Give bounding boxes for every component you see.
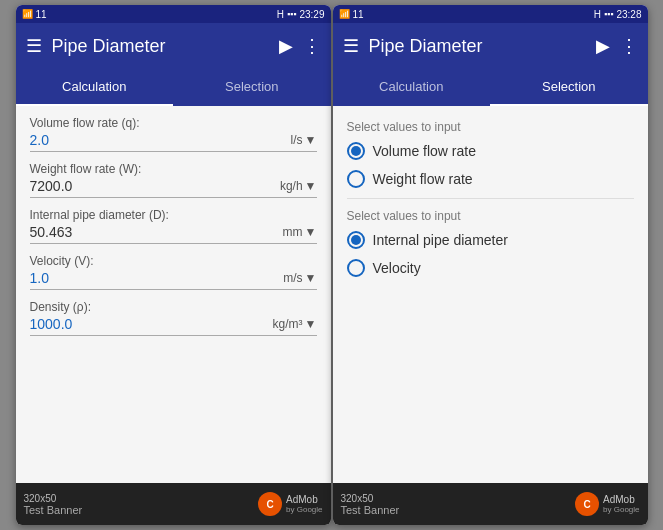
tab-selection-right[interactable]: Selection bbox=[490, 69, 648, 106]
app-title-left: Pipe Diameter bbox=[52, 36, 269, 57]
signal-bars-right: ▪▪▪ bbox=[604, 9, 614, 19]
hamburger-menu-icon-right[interactable]: ☰ bbox=[343, 35, 359, 57]
velocity-dropdown[interactable]: ▼ bbox=[305, 271, 317, 285]
density-unit: kg/m³ bbox=[273, 317, 303, 331]
weight-flow-rate-row: kg/h ▼ bbox=[30, 178, 317, 198]
ad-banner-text-right: Test Banner bbox=[341, 504, 400, 516]
status-left: 📶 11 bbox=[22, 9, 47, 20]
internal-diameter-group: Internal pipe diameter (D): mm ▼ bbox=[30, 208, 317, 244]
velocity-label: Velocity (V): bbox=[30, 254, 317, 268]
volume-flow-rate-row: l/s ▼ bbox=[30, 132, 317, 152]
admob-brand-right: AdMob bbox=[603, 494, 639, 505]
status-right-right: H ▪▪▪ 23:28 bbox=[594, 9, 642, 20]
internal-diameter-dropdown[interactable]: ▼ bbox=[305, 225, 317, 239]
velocity-group: Velocity (V): m/s ▼ bbox=[30, 254, 317, 290]
ad-banner-text-left: Test Banner bbox=[24, 504, 83, 516]
tab-selection-left[interactable]: Selection bbox=[173, 69, 331, 106]
signal-type-right: H bbox=[594, 9, 601, 20]
density-group: Density (ρ): kg/m³ ▼ bbox=[30, 300, 317, 336]
density-label: Density (ρ): bbox=[30, 300, 317, 314]
toolbar-left: ☰ Pipe Diameter ▶ ⋮ bbox=[16, 23, 331, 69]
more-menu-right[interactable]: ⋮ bbox=[620, 35, 638, 57]
internal-diameter-input[interactable] bbox=[30, 224, 283, 240]
ad-size-left: 320x50 bbox=[24, 493, 83, 504]
section-divider bbox=[347, 198, 634, 199]
internal-diameter-label: Internal pipe diameter (D): bbox=[30, 208, 317, 222]
radio-circle-weight bbox=[347, 170, 365, 188]
weight-flow-rate-input[interactable] bbox=[30, 178, 280, 194]
time-display-right: 23:28 bbox=[616, 9, 641, 20]
radio-volume-flow-rate[interactable]: Volume flow rate bbox=[347, 142, 634, 160]
app-title-right: Pipe Diameter bbox=[369, 36, 586, 57]
admob-brand-left: AdMob bbox=[286, 494, 322, 505]
wifi-icon-right: 📶 bbox=[339, 9, 350, 19]
status-right: H ▪▪▪ 23:29 bbox=[277, 9, 325, 20]
radio-velocity[interactable]: Velocity bbox=[347, 259, 634, 277]
admob-logo-icon-right: C bbox=[575, 492, 599, 516]
left-phone: 📶 11 H ▪▪▪ 23:29 ☰ Pipe Diameter ▶ ⋮ Cal… bbox=[16, 5, 331, 525]
signal-type: H bbox=[277, 9, 284, 20]
weight-flow-rate-dropdown[interactable]: ▼ bbox=[305, 179, 317, 193]
tab-calculation-left[interactable]: Calculation bbox=[16, 69, 174, 106]
status-left-right: 📶 11 bbox=[339, 9, 364, 20]
density-dropdown[interactable]: ▼ bbox=[305, 317, 317, 331]
ad-text-left: 320x50 Test Banner bbox=[24, 493, 83, 516]
radio-weight-flow-rate[interactable]: Weight flow rate bbox=[347, 170, 634, 188]
volume-flow-rate-input[interactable] bbox=[30, 132, 291, 148]
radio-circle-diameter bbox=[347, 231, 365, 249]
volume-flow-rate-dropdown[interactable]: ▼ bbox=[305, 133, 317, 147]
radio-circle-velocity bbox=[347, 259, 365, 277]
status-bar-right: 📶 11 H ▪▪▪ 23:28 bbox=[333, 5, 648, 23]
volume-flow-rate-label: Volume flow rate (q): bbox=[30, 116, 317, 130]
time-display: 23:29 bbox=[299, 9, 324, 20]
wifi-icon: 📶 bbox=[22, 9, 33, 19]
velocity-row: m/s ▼ bbox=[30, 270, 317, 290]
ad-logo-right: C AdMob by Google bbox=[575, 492, 639, 516]
weight-flow-rate-label: Weight flow rate (W): bbox=[30, 162, 317, 176]
content-left: Volume flow rate (q): l/s ▼ Weight flow … bbox=[16, 106, 331, 483]
internal-diameter-row: mm ▼ bbox=[30, 224, 317, 244]
play-button-left[interactable]: ▶ bbox=[279, 35, 293, 57]
velocity-input[interactable] bbox=[30, 270, 284, 286]
radio-circle-volume bbox=[347, 142, 365, 160]
internal-diameter-unit: mm bbox=[283, 225, 303, 239]
radio-internal-pipe-diameter[interactable]: Internal pipe diameter bbox=[347, 231, 634, 249]
section1-label: Select values to input bbox=[347, 120, 634, 134]
play-button-right[interactable]: ▶ bbox=[596, 35, 610, 57]
tabs-left: Calculation Selection bbox=[16, 69, 331, 106]
density-input[interactable] bbox=[30, 316, 273, 332]
status-number-right: 11 bbox=[353, 9, 364, 20]
volume-flow-rate-group: Volume flow rate (q): l/s ▼ bbox=[30, 116, 317, 152]
admob-by-right: by Google bbox=[603, 505, 639, 514]
ad-text-right: 320x50 Test Banner bbox=[341, 493, 400, 516]
ad-logo-left: C AdMob by Google bbox=[258, 492, 322, 516]
ad-banner-right: 320x50 Test Banner C AdMob by Google bbox=[333, 483, 648, 525]
content-right: Select values to input Volume flow rate … bbox=[333, 106, 648, 483]
status-bar-left: 📶 11 H ▪▪▪ 23:29 bbox=[16, 5, 331, 23]
density-row: kg/m³ ▼ bbox=[30, 316, 317, 336]
status-number: 11 bbox=[36, 9, 47, 20]
more-menu-left[interactable]: ⋮ bbox=[303, 35, 321, 57]
ad-size-right: 320x50 bbox=[341, 493, 400, 504]
weight-flow-rate-group: Weight flow rate (W): kg/h ▼ bbox=[30, 162, 317, 198]
hamburger-menu-icon[interactable]: ☰ bbox=[26, 35, 42, 57]
radio-label-velocity: Velocity bbox=[373, 260, 421, 276]
weight-flow-rate-unit: kg/h bbox=[280, 179, 303, 193]
tabs-right: Calculation Selection bbox=[333, 69, 648, 106]
section2-label: Select values to input bbox=[347, 209, 634, 223]
radio-label-weight: Weight flow rate bbox=[373, 171, 473, 187]
radio-label-volume: Volume flow rate bbox=[373, 143, 477, 159]
admob-logo-icon: C bbox=[258, 492, 282, 516]
radio-label-diameter: Internal pipe diameter bbox=[373, 232, 508, 248]
velocity-unit: m/s bbox=[283, 271, 302, 285]
ad-banner-left: 320x50 Test Banner C AdMob by Google bbox=[16, 483, 331, 525]
tab-calculation-right[interactable]: Calculation bbox=[333, 69, 491, 106]
admob-by-left: by Google bbox=[286, 505, 322, 514]
toolbar-right: ☰ Pipe Diameter ▶ ⋮ bbox=[333, 23, 648, 69]
signal-bars: ▪▪▪ bbox=[287, 9, 297, 19]
right-phone: 📶 11 H ▪▪▪ 23:28 ☰ Pipe Diameter ▶ ⋮ Cal… bbox=[333, 5, 648, 525]
volume-flow-rate-unit: l/s bbox=[291, 133, 303, 147]
